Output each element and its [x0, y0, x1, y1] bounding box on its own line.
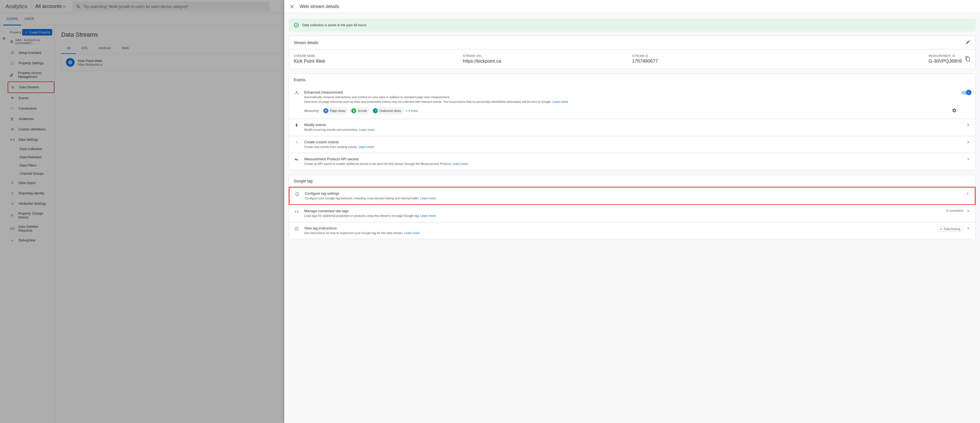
- custom-learn-more[interactable]: Learn more: [358, 145, 374, 148]
- modify-title: Modify events: [304, 123, 963, 127]
- modify-learn-more[interactable]: Learn more: [359, 128, 374, 131]
- chip-scrolls: ⬍Scrolls: [350, 107, 369, 114]
- copy-icon: [965, 56, 970, 62]
- enhanced-desc2: Data from on-page elements such as links…: [304, 100, 553, 103]
- connected-learn-more[interactable]: Learn more: [420, 214, 436, 217]
- stream-url-value: https://kickpoint.ca: [463, 59, 632, 64]
- chevron-right-icon: [966, 191, 970, 197]
- connected-site-tags-row[interactable]: Manage connected site tags Load tags for…: [289, 205, 975, 222]
- link-icon: ↗: [373, 108, 378, 113]
- create-custom-events-row[interactable]: Create custom events Create new events f…: [289, 136, 975, 153]
- connected-count: 0 connected: [947, 209, 963, 212]
- measurement-id-value: G-30VPQJ68H5: [929, 59, 962, 64]
- stream-name-value: Kick Point Web: [294, 59, 463, 64]
- tag-icon: [294, 191, 300, 197]
- check-circle-icon: [294, 22, 299, 28]
- sparkle-icon: [294, 90, 299, 96]
- chevron-right-icon: [966, 157, 970, 162]
- enhanced-measurement-title: Enhanced measurement: [304, 90, 957, 94]
- chip-outbound: ↗Outbound clicks: [372, 107, 404, 114]
- instructions-title: View tag instructions: [304, 226, 937, 230]
- api-secrets-row[interactable]: Measurement Protocol API secrets Create …: [289, 153, 975, 170]
- enhanced-learn-more[interactable]: Learn more: [552, 100, 568, 103]
- stream-id-value: 1767490677: [632, 59, 801, 64]
- modify-events-row[interactable]: Modify events Modify incoming events and…: [289, 119, 975, 136]
- configure-title: Configure tag settings: [305, 191, 962, 196]
- panel-title: Web stream details: [300, 4, 339, 9]
- connected-title: Manage connected site tags: [304, 209, 947, 213]
- chevron-right-icon: [966, 140, 970, 145]
- close-icon: [289, 4, 295, 9]
- measuring-label: Measuring:: [304, 109, 319, 112]
- protocol-title: Measurement Protocol API secrets: [304, 157, 963, 161]
- svg-rect-3: [295, 227, 298, 230]
- gear-icon: [952, 108, 957, 113]
- pencil-icon: [966, 40, 970, 45]
- configure-tag-settings-row[interactable]: Configure tag settings Configure your Go…: [289, 187, 976, 205]
- enhanced-settings-button[interactable]: [952, 108, 957, 114]
- edit-button[interactable]: [966, 40, 970, 45]
- copy-button[interactable]: [965, 56, 970, 62]
- custom-title: Create custom events: [304, 140, 963, 144]
- stream-url-label: STREAM URL: [463, 54, 632, 57]
- stream-id-label: STREAM ID: [632, 54, 801, 57]
- gtag-head: Google tag: [294, 179, 313, 183]
- check-icon: [939, 227, 943, 231]
- scroll-icon: ⬍: [351, 108, 356, 113]
- svg-point-2: [294, 23, 298, 27]
- chip-pageviews: 👁Page views: [322, 107, 348, 114]
- more-chips[interactable]: + 3 more: [406, 109, 418, 112]
- banner-text: Data collection is active in the past 48…: [302, 23, 367, 27]
- code-icon: [294, 209, 299, 215]
- enhanced-toggle[interactable]: [961, 91, 970, 95]
- view-tag-instructions-row[interactable]: View tag instructions Get instructions f…: [289, 222, 975, 239]
- measurement-id-label: MEASUREMENT ID: [929, 54, 962, 57]
- chevron-right-icon: [966, 209, 970, 214]
- sparkle-small-icon: [294, 140, 299, 145]
- enhanced-desc1: Automatically measure interactions and c…: [304, 95, 450, 99]
- protocol-learn-more[interactable]: Learn more: [453, 162, 468, 165]
- instructions-icon: [294, 226, 299, 232]
- chevron-right-icon: [966, 226, 970, 231]
- stream-details-head: Stream details: [294, 40, 318, 45]
- instructions-learn-more[interactable]: Learn more: [404, 231, 420, 235]
- stream-name-label: STREAM NAME: [294, 54, 463, 57]
- eye-icon: 👁: [323, 108, 328, 113]
- events-head: Events: [294, 78, 305, 82]
- chevron-right-icon: [966, 123, 970, 128]
- status-banner: Data collection is active in the past 48…: [289, 19, 976, 32]
- key-icon: [294, 157, 299, 162]
- configure-learn-more[interactable]: Learn more: [420, 197, 436, 200]
- close-button[interactable]: [288, 2, 296, 11]
- modify-icon: [294, 123, 299, 128]
- data-flowing-chip: Data flowing: [937, 226, 963, 232]
